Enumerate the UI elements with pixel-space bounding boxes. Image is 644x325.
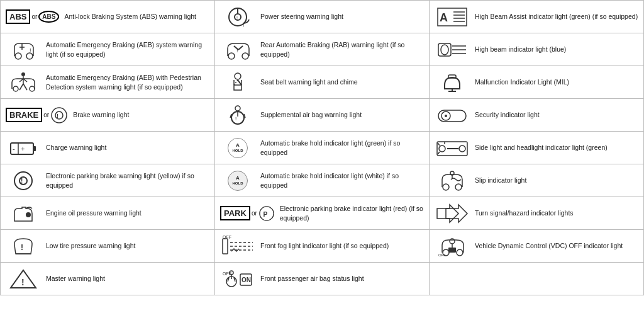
svg-line-56 (438, 143, 440, 145)
svg-point-59 (14, 172, 32, 190)
aeb-ped-label: Automatic Emergency Braking (AEB) with P… (46, 73, 209, 91)
svg-rect-48 (33, 146, 36, 151)
airbag-icon: ! (220, 104, 255, 127)
seatbelt-icon (220, 71, 255, 94)
svg-point-62 (443, 184, 449, 190)
svg-text:OFF: OFF (223, 235, 231, 239)
tire-pressure-label: Low tire pressure warning light (46, 241, 135, 250)
master-warning-label: Master warning light (46, 274, 105, 283)
svg-rect-44 (438, 110, 466, 122)
epb-red-icon: PARK or P (220, 205, 275, 222)
cell-empty (430, 263, 644, 295)
passenger-airbag-label: Front passenger air bag status light (260, 274, 364, 283)
cell-epb-yellow: ! Electronic parking brake warning light… (1, 164, 215, 197)
svg-point-80 (450, 239, 455, 244)
svg-rect-83 (448, 248, 456, 253)
svg-point-11 (15, 53, 21, 59)
brake-label: Brake warning light (73, 110, 129, 119)
slip-icon (435, 169, 470, 192)
aeb-ped-icon (6, 71, 41, 94)
fog-light-icon: OFF (220, 235, 255, 258)
cell-rab: ! Rear Automatic Braking (RAB) warning l… (215, 33, 430, 66)
charge-icon: - + (6, 137, 41, 159)
charge-label: Charge warning light (46, 143, 106, 152)
high-beam-blue-icon (435, 38, 470, 61)
cell-aeb-ped: Automatic Emergency Braking (AEB) with P… (1, 66, 215, 99)
cell-brake-hold-white: A HOLD Automatic brake hold indicator li… (215, 164, 430, 197)
warning-lights-grid: ABS or ABS Anti-lock Braking System (ABS… (0, 0, 644, 295)
cell-high-beam-blue: High beam indicator light (blue) (430, 33, 644, 66)
airbag-label: Supplemental air bag warning light (260, 110, 362, 119)
aeb-icon: ! (6, 38, 41, 61)
svg-point-38 (235, 106, 240, 111)
svg-text:OFF: OFF (438, 253, 446, 257)
svg-text:A: A (440, 11, 448, 24)
security-icon (435, 104, 470, 127)
svg-point-1 (235, 14, 241, 20)
cell-master-warning: ! Master warning light (1, 263, 215, 295)
rab-icon: ! (220, 38, 255, 61)
svg-point-15 (242, 53, 248, 59)
svg-point-63 (455, 184, 462, 190)
svg-text:!: ! (236, 47, 238, 54)
svg-marker-70 (446, 205, 467, 222)
svg-line-26 (19, 84, 23, 90)
svg-point-28 (13, 86, 18, 91)
svg-text:!: ! (30, 47, 31, 54)
cell-side-light: Side light and headlight indicator light… (430, 132, 644, 164)
vdc-off-label: Vehicle Dynamic Control (VDC) OFF indica… (475, 241, 623, 250)
cell-mil: Malfunction Indicator Light (MIL) (430, 66, 644, 99)
cell-passenger-airbag: OFF ON Front passenger air bag status li… (215, 263, 430, 295)
cell-slip: Slip indicator light (430, 164, 644, 197)
cell-vdc-off: OFF Vehicle Dynamic Control (VDC) OFF in… (430, 230, 644, 263)
cell-seatbelt: Seat belt warning light and chime (215, 66, 430, 99)
high-beam-assist-icon: A (435, 6, 470, 28)
svg-text:ON: ON (242, 277, 251, 283)
slip-label: Slip indicator light (475, 176, 526, 185)
engine-oil-icon (6, 202, 41, 225)
vdc-off-icon: OFF (435, 235, 470, 258)
mil-label: Malfunction Indicator Light (MIL) (475, 77, 569, 86)
side-light-icon (435, 137, 470, 159)
power-steering-label: Power steering warning light (260, 12, 343, 21)
epb-yellow-label: Electronic parking brake warning light (… (46, 171, 209, 189)
svg-point-30 (235, 73, 241, 79)
brake-icon: BRAKE or ! (6, 106, 68, 124)
brake-hold-white-label: Automatic brake hold indicator light (wh… (260, 171, 424, 189)
cell-abs: ABS or ABS Anti-lock Braking System (ABS… (1, 1, 215, 33)
rab-label: Rear Automatic Braking (RAB) warning lig… (260, 40, 424, 58)
cell-fog-light: OFF Front fog light indicator light (if … (215, 230, 430, 263)
svg-point-66 (26, 212, 31, 217)
svg-point-46 (445, 115, 447, 117)
tire-pressure-icon: ! (6, 235, 41, 258)
svg-text:!: ! (57, 113, 58, 119)
cell-brake: BRAKE or ! Brake warning light (1, 99, 215, 132)
aeb-label: Automatic Emergency Braking (AEB) system… (46, 40, 209, 58)
svg-text:!: ! (21, 178, 23, 185)
passenger-airbag-icon: OFF ON (220, 268, 255, 290)
svg-point-53 (439, 145, 445, 152)
svg-point-22 (21, 72, 25, 76)
master-warning-icon: ! (6, 268, 41, 290)
svg-line-27 (23, 84, 27, 90)
svg-text:-: - (13, 145, 15, 152)
svg-rect-17 (438, 43, 451, 56)
cell-epb-red: PARK or P Electronic parking brake indic… (215, 197, 430, 230)
cell-high-beam-assist: A High Beam Assist indicator light (gree… (430, 1, 644, 33)
svg-text:!: ! (235, 116, 236, 122)
high-beam-blue-label: High beam indicator light (blue) (475, 45, 566, 54)
cell-tire-pressure: ! Low tire pressure warning light (1, 230, 215, 263)
fog-light-label: Front fog light indicator light (if so e… (260, 241, 389, 250)
svg-point-55 (459, 145, 465, 152)
svg-point-79 (457, 249, 463, 256)
cell-airbag: ! Supplemental air bag warning light (215, 99, 430, 132)
high-beam-assist-label: High Beam Assist indicator light (green)… (475, 12, 638, 21)
svg-text:!: ! (243, 23, 244, 28)
mil-icon (435, 71, 470, 94)
epb-red-label: Electronic parking brake indicator light… (280, 204, 424, 222)
cell-turn-signal: Turn signal/hazard indicator lights (430, 197, 644, 230)
turn-signal-icon (435, 202, 470, 225)
abs-label: Anti-lock Braking System (ABS) warning l… (64, 12, 196, 21)
svg-text:P: P (263, 210, 267, 217)
abs-icon: ABS or ABS (6, 9, 59, 24)
